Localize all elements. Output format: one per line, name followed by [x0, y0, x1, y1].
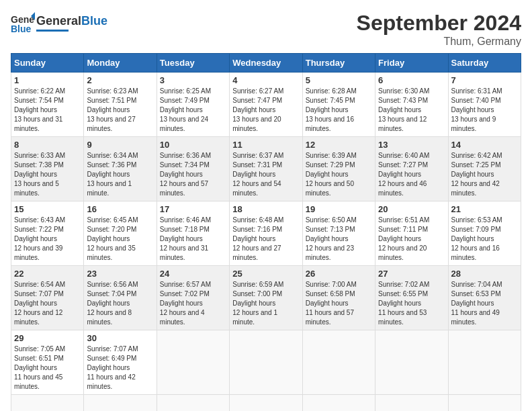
calendar-table: SundayMondayTuesdayWednesdayThursdayFrid… [11, 53, 521, 411]
calendar-row: 15 Sunrise: 6:43 AM Sunset: 7:22 PM Dayl… [11, 201, 521, 266]
logo: General Blue GeneralBlue [11, 11, 107, 35]
day-number: 28 [451, 269, 518, 279]
day-number: 6 [378, 75, 445, 85]
calendar-cell: 15 Sunrise: 6:43 AM Sunset: 7:22 PM Dayl… [11, 201, 84, 266]
calendar-cell: 24 Sunrise: 6:57 AM Sunset: 7:02 PM Dayl… [157, 266, 229, 330]
day-info: Sunrise: 6:40 AM Sunset: 7:27 PM Dayligh… [378, 151, 445, 198]
calendar-cell: 10 Sunrise: 6:36 AM Sunset: 7:34 PM Dayl… [157, 137, 229, 201]
calendar-cell [157, 395, 229, 412]
day-number: 17 [160, 204, 226, 214]
calendar-cell: 21 Sunrise: 6:53 AM Sunset: 7:09 PM Dayl… [448, 201, 521, 266]
day-number: 4 [232, 75, 299, 85]
day-number: 3 [160, 75, 226, 85]
day-info: Sunrise: 7:07 AM Sunset: 6:49 PM Dayligh… [87, 345, 153, 392]
day-number: 19 [306, 204, 372, 214]
day-info: Sunrise: 7:04 AM Sunset: 6:53 PM Dayligh… [451, 280, 518, 327]
logo-icon: General Blue [11, 11, 35, 35]
page-header: General Blue GeneralBlue September 2024 … [11, 11, 521, 48]
day-number: 16 [87, 204, 153, 214]
day-number: 9 [87, 140, 153, 150]
day-info: Sunrise: 6:30 AM Sunset: 7:43 PM Dayligh… [378, 87, 445, 134]
day-number: 11 [232, 140, 299, 150]
calendar-cell: 12 Sunrise: 6:39 AM Sunset: 7:29 PM Dayl… [302, 137, 375, 201]
calendar-row: 29 Sunrise: 7:05 AM Sunset: 6:51 PM Dayl… [11, 330, 521, 395]
day-number: 5 [306, 75, 372, 85]
weekday-header-row: SundayMondayTuesdayWednesdayThursdayFrid… [11, 54, 521, 73]
day-info: Sunrise: 6:42 AM Sunset: 7:25 PM Dayligh… [451, 151, 518, 198]
calendar-cell [375, 330, 448, 395]
day-number: 1 [14, 75, 81, 85]
weekday-header-saturday: Saturday [448, 54, 521, 73]
calendar-cell: 22 Sunrise: 6:54 AM Sunset: 7:07 PM Dayl… [11, 266, 84, 330]
calendar-cell: 6 Sunrise: 6:30 AM Sunset: 7:43 PM Dayli… [375, 73, 448, 137]
day-info: Sunrise: 6:48 AM Sunset: 7:16 PM Dayligh… [232, 216, 299, 263]
calendar-cell [230, 395, 302, 412]
day-info: Sunrise: 6:59 AM Sunset: 7:00 PM Dayligh… [232, 280, 299, 327]
weekday-header-friday: Friday [375, 54, 448, 73]
day-info: Sunrise: 6:34 AM Sunset: 7:36 PM Dayligh… [87, 151, 153, 198]
day-number: 7 [451, 75, 518, 85]
calendar-cell [302, 330, 375, 395]
day-info: Sunrise: 6:27 AM Sunset: 7:47 PM Dayligh… [232, 87, 299, 134]
day-number: 14 [451, 140, 518, 150]
weekday-header-tuesday: Tuesday [157, 54, 229, 73]
day-info: Sunrise: 6:53 AM Sunset: 7:09 PM Dayligh… [451, 216, 518, 263]
calendar-row [11, 395, 521, 412]
month-title: September 2024 [357, 11, 521, 36]
calendar-row: 8 Sunrise: 6:33 AM Sunset: 7:38 PM Dayli… [11, 137, 521, 201]
calendar-cell: 23 Sunrise: 6:56 AM Sunset: 7:04 PM Dayl… [84, 266, 157, 330]
calendar-cell: 5 Sunrise: 6:28 AM Sunset: 7:45 PM Dayli… [302, 73, 375, 137]
day-number: 22 [14, 269, 81, 279]
day-info: Sunrise: 6:31 AM Sunset: 7:40 PM Dayligh… [451, 87, 518, 134]
day-info: Sunrise: 6:37 AM Sunset: 7:31 PM Dayligh… [232, 151, 299, 198]
day-number: 29 [14, 333, 81, 343]
day-info: Sunrise: 6:51 AM Sunset: 7:11 PM Dayligh… [378, 216, 445, 263]
day-number: 2 [87, 75, 153, 85]
location-title: Thum, Germany [357, 36, 521, 48]
calendar-cell: 27 Sunrise: 7:02 AM Sunset: 6:55 PM Dayl… [375, 266, 448, 330]
day-number: 15 [14, 204, 81, 214]
day-number: 20 [378, 204, 445, 214]
calendar-cell: 25 Sunrise: 6:59 AM Sunset: 7:00 PM Dayl… [230, 266, 302, 330]
calendar-cell: 8 Sunrise: 6:33 AM Sunset: 7:38 PM Dayli… [11, 137, 84, 201]
calendar-row: 1 Sunrise: 6:22 AM Sunset: 7:54 PM Dayli… [11, 73, 521, 137]
day-info: Sunrise: 6:50 AM Sunset: 7:13 PM Dayligh… [306, 216, 372, 263]
day-info: Sunrise: 6:43 AM Sunset: 7:22 PM Dayligh… [14, 216, 81, 263]
day-info: Sunrise: 6:33 AM Sunset: 7:38 PM Dayligh… [14, 151, 81, 198]
day-info: Sunrise: 6:54 AM Sunset: 7:07 PM Dayligh… [14, 280, 81, 327]
day-info: Sunrise: 6:22 AM Sunset: 7:54 PM Dayligh… [14, 87, 81, 134]
calendar-cell: 17 Sunrise: 6:46 AM Sunset: 7:18 PM Dayl… [157, 201, 229, 266]
day-number: 30 [87, 333, 153, 343]
day-info: Sunrise: 6:25 AM Sunset: 7:49 PM Dayligh… [160, 87, 226, 134]
day-info: Sunrise: 6:23 AM Sunset: 7:51 PM Dayligh… [87, 87, 153, 134]
calendar-cell: 20 Sunrise: 6:51 AM Sunset: 7:11 PM Dayl… [375, 201, 448, 266]
calendar-cell: 30 Sunrise: 7:07 AM Sunset: 6:49 PM Dayl… [84, 330, 157, 395]
day-number: 25 [232, 269, 299, 279]
day-info: Sunrise: 7:05 AM Sunset: 6:51 PM Dayligh… [14, 345, 81, 392]
calendar-row: 22 Sunrise: 6:54 AM Sunset: 7:07 PM Dayl… [11, 266, 521, 330]
day-info: Sunrise: 7:02 AM Sunset: 6:55 PM Dayligh… [378, 280, 445, 327]
calendar-cell: 1 Sunrise: 6:22 AM Sunset: 7:54 PM Dayli… [11, 73, 84, 137]
weekday-header-sunday: Sunday [11, 54, 84, 73]
svg-text:Blue: Blue [11, 24, 32, 34]
day-info: Sunrise: 6:28 AM Sunset: 7:45 PM Dayligh… [306, 87, 372, 134]
day-number: 26 [306, 269, 372, 279]
calendar-cell: 29 Sunrise: 7:05 AM Sunset: 6:51 PM Dayl… [11, 330, 84, 395]
calendar-cell: 3 Sunrise: 6:25 AM Sunset: 7:49 PM Dayli… [157, 73, 229, 137]
calendar-cell [448, 330, 521, 395]
calendar-cell [302, 395, 375, 412]
day-number: 10 [160, 140, 226, 150]
day-number: 27 [378, 269, 445, 279]
calendar-cell: 11 Sunrise: 6:37 AM Sunset: 7:31 PM Dayl… [230, 137, 302, 201]
calendar-cell: 14 Sunrise: 6:42 AM Sunset: 7:25 PM Dayl… [448, 137, 521, 201]
calendar-cell: 13 Sunrise: 6:40 AM Sunset: 7:27 PM Dayl… [375, 137, 448, 201]
day-number: 21 [451, 204, 518, 214]
calendar-cell: 16 Sunrise: 6:45 AM Sunset: 7:20 PM Dayl… [84, 201, 157, 266]
day-info: Sunrise: 7:00 AM Sunset: 6:58 PM Dayligh… [306, 280, 372, 327]
calendar-cell [448, 395, 521, 412]
day-info: Sunrise: 6:56 AM Sunset: 7:04 PM Dayligh… [87, 280, 153, 327]
day-number: 24 [160, 269, 226, 279]
calendar-cell [11, 395, 84, 412]
calendar-cell: 7 Sunrise: 6:31 AM Sunset: 7:40 PM Dayli… [448, 73, 521, 137]
day-number: 13 [378, 140, 445, 150]
